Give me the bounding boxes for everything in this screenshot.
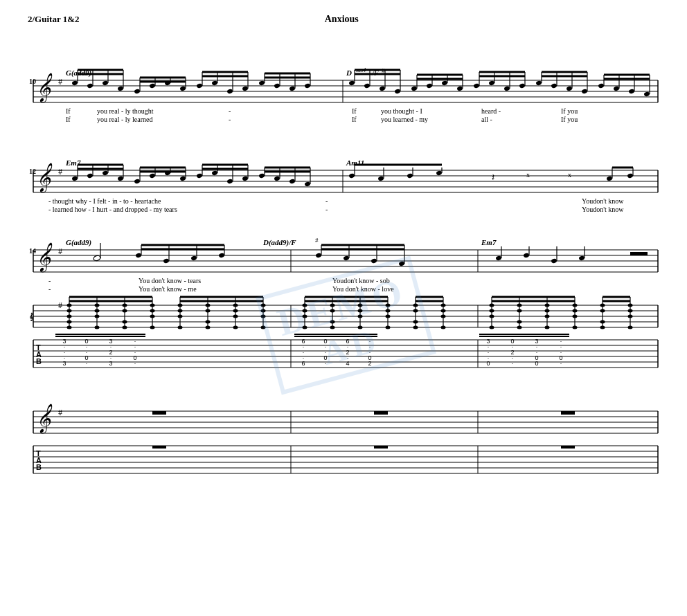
- svg-point-368: [628, 309, 633, 313]
- svg-text:If: If: [352, 107, 357, 115]
- svg-point-155: [211, 170, 217, 176]
- svg-point-264: [67, 320, 72, 324]
- svg-text:If: If: [66, 116, 71, 123]
- svg-point-137: [102, 170, 108, 176]
- svg-text:6: 6: [301, 360, 305, 367]
- svg-point-280: [150, 326, 155, 329]
- svg-point-278: [150, 309, 155, 313]
- svg-point-289: [206, 304, 211, 307]
- svg-text:𝄞: 𝄞: [36, 73, 53, 103]
- svg-point-46: [258, 80, 265, 86]
- svg-point-314: [330, 326, 335, 329]
- svg-point-18: [87, 83, 93, 89]
- svg-text:-: -: [325, 197, 328, 205]
- svg-point-284: [178, 304, 183, 307]
- svg-point-342: [490, 315, 494, 318]
- svg-point-92: [581, 89, 587, 94]
- svg-point-290: [206, 309, 211, 313]
- svg-point-236: [523, 253, 529, 258]
- svg-point-346: [517, 309, 522, 313]
- svg-point-345: [517, 304, 522, 307]
- header-title: Anxious: [325, 14, 359, 25]
- svg-point-38: [211, 80, 217, 86]
- svg-point-40: [226, 89, 233, 94]
- svg-point-330: [413, 320, 418, 324]
- svg-point-324: [386, 326, 391, 329]
- svg-point-226: [343, 255, 349, 261]
- svg-point-275: [123, 326, 127, 329]
- svg-point-319: [358, 326, 363, 329]
- svg-text:D(add9)/F: D(add9)/F: [262, 238, 296, 247]
- svg-point-143: [134, 179, 140, 184]
- svg-point-28: [149, 83, 155, 89]
- svg-text:𝄞: 𝄞: [36, 404, 53, 434]
- svg-point-153: [196, 173, 202, 179]
- svg-point-263: [67, 315, 72, 318]
- svg-point-335: [441, 315, 446, 318]
- svg-point-185: [606, 176, 612, 181]
- svg-text:𝄞: 𝄞: [29, 312, 33, 321]
- svg-point-355: [573, 304, 578, 307]
- svg-point-76: [473, 83, 479, 89]
- svg-point-175: [377, 176, 384, 181]
- svg-text:2: 2: [368, 360, 371, 367]
- svg-text:10: 10: [29, 78, 36, 85]
- svg-point-331: [413, 326, 418, 329]
- svg-text:#: #: [58, 77, 62, 87]
- svg-point-341: [490, 309, 494, 313]
- svg-point-270: [95, 326, 100, 329]
- svg-rect-481: [561, 446, 575, 449]
- svg-point-286: [178, 315, 183, 318]
- svg-point-313: [330, 320, 335, 324]
- svg-point-312: [330, 309, 335, 313]
- svg-point-224: [315, 253, 321, 258]
- svg-point-267: [95, 304, 100, 307]
- svg-point-22: [117, 86, 123, 91]
- svg-point-32: [179, 86, 186, 91]
- svg-point-301: [261, 315, 266, 318]
- svg-text:𝄽: 𝄽: [492, 174, 494, 181]
- svg-point-323: [386, 315, 391, 318]
- svg-point-220: [218, 253, 224, 258]
- svg-point-296: [233, 315, 238, 318]
- svg-point-292: [206, 326, 211, 329]
- svg-point-48: [274, 83, 280, 89]
- svg-point-42: [242, 86, 248, 91]
- svg-point-291: [206, 320, 211, 324]
- svg-text:·: ·: [512, 360, 514, 367]
- svg-point-230: [398, 261, 404, 266]
- svg-point-295: [233, 309, 238, 313]
- svg-point-90: [566, 86, 572, 91]
- svg-point-336: [441, 326, 446, 329]
- svg-text:#: #: [58, 246, 62, 256]
- svg-point-66: [411, 86, 417, 91]
- svg-text:you real - ly learned: you real - ly learned: [97, 116, 153, 123]
- svg-text:G(add9): G(add9): [66, 238, 91, 247]
- svg-point-56: [348, 80, 355, 86]
- svg-point-52: [304, 83, 310, 89]
- svg-point-80: [503, 86, 510, 91]
- svg-text:·: ·: [134, 360, 136, 367]
- svg-point-328: [413, 304, 418, 307]
- svg-text:3: 3: [62, 360, 66, 367]
- svg-text:You don't know - love: You don't know - love: [332, 285, 394, 293]
- svg-point-285: [178, 309, 183, 313]
- svg-point-364: [600, 320, 605, 324]
- svg-point-98: [613, 86, 619, 91]
- svg-point-307: [303, 309, 307, 313]
- svg-point-321: [386, 304, 391, 307]
- svg-text:-  thought why -  I   felt - i: - thought why - I felt - in - to - heart…: [48, 197, 161, 205]
- svg-point-265: [67, 326, 72, 329]
- svg-text:0: 0: [486, 360, 490, 367]
- svg-point-348: [517, 326, 522, 329]
- svg-point-16: [71, 80, 78, 86]
- svg-point-279: [150, 315, 155, 318]
- svg-point-212: [93, 255, 100, 261]
- svg-point-228: [371, 258, 377, 264]
- svg-point-173: [348, 173, 355, 179]
- svg-text:#: #: [58, 408, 62, 417]
- svg-text:0: 0: [535, 360, 538, 367]
- svg-point-299: [261, 304, 266, 307]
- svg-point-234: [495, 255, 501, 261]
- svg-text:x: x: [568, 171, 571, 179]
